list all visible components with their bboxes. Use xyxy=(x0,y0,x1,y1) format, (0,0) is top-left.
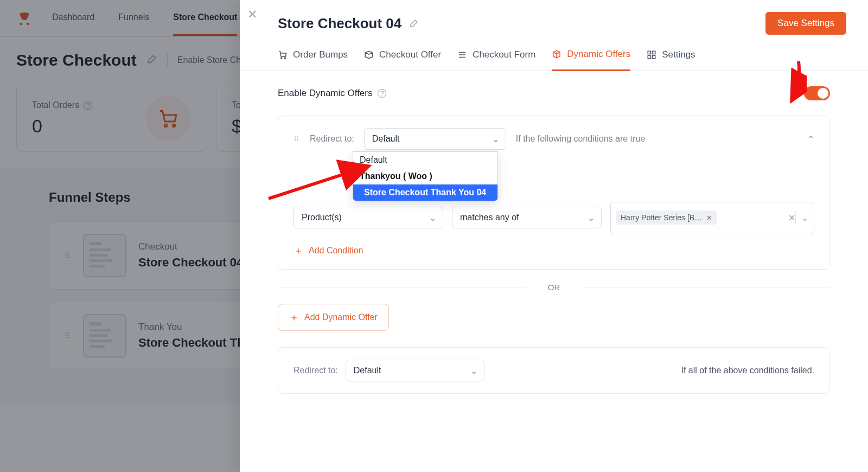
condition-field-select[interactable]: Product(s) ⌄ xyxy=(293,207,443,228)
tab-checkout-offer[interactable]: Checkout Offer xyxy=(364,49,441,71)
help-icon[interactable]: ? xyxy=(378,89,386,98)
close-icon[interactable]: ✕ xyxy=(247,8,257,22)
cube-icon xyxy=(552,49,561,59)
tab-label: Settings xyxy=(662,49,695,60)
fallback-redirect-value: Default xyxy=(354,366,381,375)
add-condition-label: Add Condition xyxy=(309,246,363,256)
condition-field-value: Product(s) xyxy=(302,213,342,222)
add-dynamic-offer-button[interactable]: ＋Add Dynamic Offer xyxy=(278,304,389,331)
edit-icon[interactable] xyxy=(409,15,419,32)
settings-panel: ✕ Store Checkout 04 Save Settings Order … xyxy=(240,0,868,472)
tag-label: Harry Potter Series [B… xyxy=(621,213,702,222)
tab-label: Checkout Form xyxy=(473,49,535,60)
dropdown-option-default[interactable]: Default xyxy=(353,152,497,168)
chevron-down-icon[interactable]: ⌄ xyxy=(795,211,808,224)
redirect-select-value: Default xyxy=(372,134,400,143)
panel-title: Store Checkout 04 xyxy=(278,15,401,32)
fallback-redirect-label: Redirect to: xyxy=(293,366,338,375)
svg-rect-8 xyxy=(648,56,650,59)
tab-label: Dynamic Offers xyxy=(567,49,630,60)
svg-rect-6 xyxy=(648,51,650,54)
list-icon xyxy=(457,50,467,60)
redirect-label: Redirect to: xyxy=(310,134,354,144)
rule-card: ⠿ Redirect to: Default ⌄ If the followin… xyxy=(278,116,830,270)
clear-icon[interactable]: ✕ xyxy=(788,213,795,223)
chevron-down-icon: ⌄ xyxy=(470,366,477,376)
redirect-select[interactable]: Default ⌄ xyxy=(364,128,506,150)
or-divider: OR xyxy=(278,283,830,292)
condition-value-multiselect[interactable]: Harry Potter Series [B… ✕ ✕ ⌄ xyxy=(610,202,814,233)
tab-order-bumps[interactable]: Order Bumps xyxy=(278,49,348,71)
tab-label: Checkout Offer xyxy=(379,49,441,60)
svg-point-5 xyxy=(284,58,285,59)
plus-icon: ＋ xyxy=(293,244,303,257)
remove-tag-icon[interactable]: ✕ xyxy=(706,214,712,222)
cart-icon xyxy=(278,50,288,60)
add-dynamic-label: Add Dynamic Offer xyxy=(304,312,378,322)
tab-settings[interactable]: Settings xyxy=(647,49,695,71)
chevron-up-icon[interactable]: ⌃ xyxy=(807,134,814,144)
tab-checkout-form[interactable]: Checkout Form xyxy=(457,49,535,71)
conditions-text: If the following conditions are true xyxy=(516,134,645,144)
condition-operator-value: matches any of xyxy=(460,213,519,222)
tabs: Order Bumps Checkout Offer Checkout Form… xyxy=(240,35,868,71)
grid-icon xyxy=(647,50,656,60)
dropdown-option-store-checkout-thankyou[interactable]: Store Checkout Thank You 04 xyxy=(353,184,497,201)
chevron-down-icon: ⌄ xyxy=(429,213,436,223)
svg-point-4 xyxy=(281,58,282,59)
save-settings-button[interactable]: Save Settings xyxy=(765,12,846,35)
redirect-dropdown: Default Thankyou ( Woo ) Store Checkout … xyxy=(353,151,498,201)
fallback-card: Redirect to: Default ⌄ If all of the abo… xyxy=(278,347,830,394)
drag-handle-icon[interactable]: ⠿ xyxy=(293,137,300,141)
tab-label: Order Bumps xyxy=(293,49,348,60)
box-icon xyxy=(364,50,374,60)
add-condition-button[interactable]: ＋Add Condition xyxy=(293,244,814,257)
fallback-text: If all of the above conditions failed. xyxy=(681,366,815,375)
tab-dynamic-offers[interactable]: Dynamic Offers xyxy=(552,49,630,71)
condition-operator-select[interactable]: matches any of ⌄ xyxy=(452,207,602,228)
svg-rect-7 xyxy=(653,51,655,54)
enable-dynamic-label: Enable Dynamic Offers xyxy=(278,88,372,99)
chevron-down-icon: ⌄ xyxy=(492,134,499,144)
chevron-down-icon: ⌄ xyxy=(588,213,595,223)
plus-icon: ＋ xyxy=(289,311,299,324)
enable-dynamic-toggle[interactable] xyxy=(804,86,830,100)
fallback-redirect-select[interactable]: Default ⌄ xyxy=(346,360,484,381)
selected-tag: Harry Potter Series [B… ✕ xyxy=(616,211,717,225)
svg-rect-9 xyxy=(653,56,655,59)
dropdown-option-thankyou-woo[interactable]: Thankyou ( Woo ) xyxy=(353,168,497,184)
